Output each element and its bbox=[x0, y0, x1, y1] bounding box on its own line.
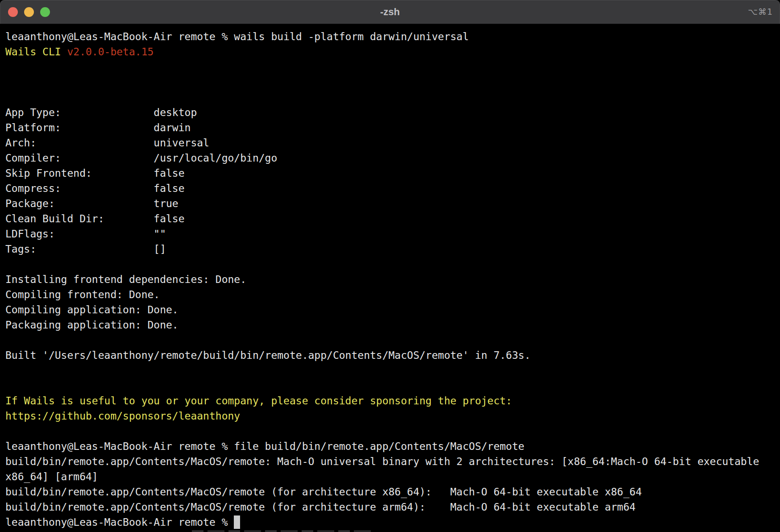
terminal-line bbox=[5, 363, 780, 378]
terminal-line: LDFlags: "" bbox=[5, 226, 780, 241]
terminal-text-segment: Compiler: /usr/local/go/bin/go bbox=[5, 152, 277, 164]
terminal-text-segment: Packaging application: Done. bbox=[5, 319, 178, 331]
keyboard-shortcut-badge: ⌥⌘1 bbox=[748, 0, 773, 24]
terminal-line: leaanthony@Leas-MacBook-Air remote % bbox=[5, 515, 780, 530]
terminal-line bbox=[5, 75, 780, 90]
terminal-text-segment: x86_64] [arm64] bbox=[5, 471, 98, 482]
terminal-line bbox=[5, 59, 780, 75]
terminal-text-segment: Compiling frontend: Done. bbox=[5, 289, 160, 300]
terminal-window: -zsh ⌥⌘1 leaanthony@Leas-MacBook-Air rem… bbox=[0, 0, 780, 532]
terminal-line: Compiling frontend: Done. bbox=[5, 287, 780, 302]
terminal-line: build/bin/remote.app/Contents/MacOS/remo… bbox=[5, 484, 780, 499]
terminal-text-segment: App Type: desktop bbox=[5, 107, 197, 118]
terminal-line: build/bin/remote.app/Contents/MacOS/remo… bbox=[5, 454, 780, 469]
terminal-line: Compiler: /usr/local/go/bin/go bbox=[5, 150, 780, 166]
terminal-line: Installing frontend dependencies: Done. bbox=[5, 272, 780, 287]
terminal-text-segment: Tags: [] bbox=[5, 243, 166, 255]
terminal-line: Clean Build Dir: false bbox=[5, 211, 780, 226]
window-title: -zsh bbox=[0, 0, 780, 24]
terminal-line: leaanthony@Leas-MacBook-Air remote % fil… bbox=[5, 439, 780, 454]
terminal-line: If Wails is useful to you or your compan… bbox=[5, 393, 780, 408]
terminal-text-segment: Skip Frontend: false bbox=[5, 167, 185, 179]
terminal-line: Arch: universal bbox=[5, 135, 780, 150]
terminal-line: Compress: false bbox=[5, 181, 780, 196]
terminal-text-segment: Package: true bbox=[5, 198, 178, 209]
terminal-text-segment: Clean Build Dir: false bbox=[5, 213, 185, 224]
terminal-line bbox=[5, 424, 780, 439]
minimize-button[interactable] bbox=[24, 7, 34, 17]
terminal-text-segment: leaanthony@Leas-MacBook-Air remote % wai… bbox=[5, 31, 469, 42]
terminal-line: https://github.com/sponsors/leaanthony bbox=[5, 408, 780, 424]
traffic-lights bbox=[8, 0, 50, 24]
terminal-line: App Type: desktop bbox=[5, 105, 780, 120]
terminal-text-segment: Installing frontend dependencies: Done. bbox=[5, 274, 246, 285]
terminal-text-segment: leaanthony@Leas-MacBook-Air remote % bbox=[5, 516, 234, 528]
terminal-text-segment: Wails CLI bbox=[5, 46, 67, 58]
terminal-text-segment: LDFlags: "" bbox=[5, 228, 166, 240]
terminal-text-segment: Platform: darwin bbox=[5, 122, 191, 133]
terminal-text-segment: leaanthony@Leas-MacBook-Air remote % fil… bbox=[5, 441, 524, 452]
terminal-line bbox=[5, 332, 780, 348]
close-button[interactable] bbox=[8, 7, 18, 17]
terminal-line: Built '/Users/leaanthony/remote/build/bi… bbox=[5, 348, 780, 363]
terminal-line bbox=[5, 257, 780, 272]
terminal-text-segment: Built '/Users/leaanthony/remote/build/bi… bbox=[5, 349, 531, 361]
terminal-line: Skip Frontend: false bbox=[5, 166, 780, 181]
terminal-line: build/bin/remote.app/Contents/MacOS/remo… bbox=[5, 499, 780, 515]
terminal-text-segment: Compiling application: Done. bbox=[5, 304, 178, 316]
terminal-line: Package: true bbox=[5, 196, 780, 211]
terminal-text-segment: build/bin/remote.app/Contents/MacOS/remo… bbox=[5, 486, 642, 498]
terminal-cursor bbox=[234, 515, 240, 529]
terminal-text-segment: build/bin/remote.app/Contents/MacOS/remo… bbox=[5, 456, 759, 467]
terminal-text-segment: Compress: false bbox=[5, 183, 185, 194]
terminal-text-segment: If Wails is useful to you or your compan… bbox=[5, 395, 512, 407]
background-window-sliver bbox=[192, 530, 371, 532]
terminal-output[interactable]: leaanthony@Leas-MacBook-Air remote % wai… bbox=[0, 24, 780, 532]
terminal-line bbox=[5, 378, 780, 393]
terminal-line: Wails CLI v2.0.0-beta.15 bbox=[5, 44, 780, 59]
terminal-line: x86_64] [arm64] bbox=[5, 469, 780, 484]
terminal-text-segment: build/bin/remote.app/Contents/MacOS/remo… bbox=[5, 501, 635, 513]
terminal-line: Platform: darwin bbox=[5, 120, 780, 135]
terminal-line: Packaging application: Done. bbox=[5, 317, 780, 332]
terminal-line bbox=[5, 90, 780, 105]
terminal-line: Tags: [] bbox=[5, 241, 780, 257]
terminal-text-segment: v2.0.0-beta.15 bbox=[67, 46, 154, 58]
terminal-text-segment: https://github.com/sponsors/leaanthony bbox=[5, 410, 240, 422]
zoom-button[interactable] bbox=[40, 7, 50, 17]
titlebar[interactable]: -zsh ⌥⌘1 bbox=[0, 0, 780, 24]
terminal-line: Compiling application: Done. bbox=[5, 302, 780, 317]
terminal-line: leaanthony@Leas-MacBook-Air remote % wai… bbox=[5, 29, 780, 44]
terminal-text-segment: Arch: universal bbox=[5, 137, 209, 149]
